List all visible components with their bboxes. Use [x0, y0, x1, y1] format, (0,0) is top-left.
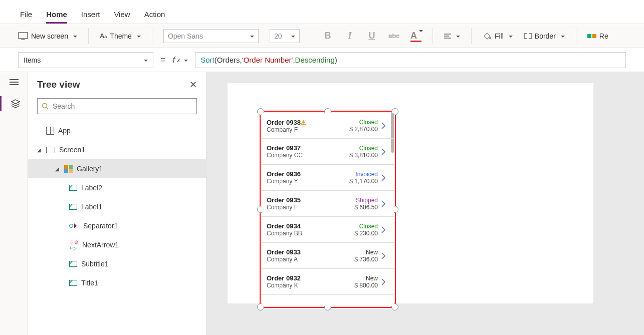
menu-toggle-button[interactable]: [10, 79, 19, 85]
amount-label: $ 800.00: [343, 282, 378, 289]
fill-button[interactable]: Fill: [483, 32, 513, 40]
gallery-item-left: Order 0934Company BB: [267, 222, 343, 237]
chevron-down-icon: [144, 60, 148, 64]
chevron-right-icon[interactable]: [378, 122, 389, 129]
search-input[interactable]: [53, 102, 192, 110]
chevron-right-icon[interactable]: [378, 200, 389, 207]
gallery-item[interactable]: Order 0933Company ANew$ 736.00: [262, 243, 394, 269]
align-button[interactable]: [444, 34, 460, 39]
expander-icon[interactable]: ◢: [55, 166, 60, 172]
warning-icon: ⚠: [301, 119, 306, 126]
tree-node-label1[interactable]: Label1: [28, 197, 206, 216]
gallery-selection[interactable]: ✎ Order 0938⚠Company FClosed$ 2,870.00Or…: [260, 111, 396, 308]
fill-label: Fill: [495, 32, 504, 40]
company-label: Company CC: [267, 152, 343, 159]
equals-label: =: [160, 55, 166, 65]
order-title: Order 0932: [267, 274, 343, 282]
gallery-item-left: Order 0933Company A: [267, 248, 343, 263]
status-label: New: [343, 249, 378, 256]
tree-node-separator[interactable]: Separator1: [28, 216, 206, 235]
font-color-button[interactable]: A: [410, 31, 421, 41]
gallery-item[interactable]: Order 0934Company BBClosed$ 230.00: [262, 217, 394, 243]
formula-txt: Orders: [217, 56, 240, 64]
theme-icon: Aa: [100, 32, 107, 40]
menu-home[interactable]: Home: [46, 10, 67, 24]
formula-input[interactable]: Sort( Orders, 'Order Number', Descending…: [195, 52, 626, 68]
menu-view[interactable]: View: [114, 10, 130, 24]
gallery-item-right: Invoiced$ 1,170.00: [343, 171, 378, 185]
expander-icon[interactable]: ◢: [37, 147, 42, 153]
new-screen-button[interactable]: New screen: [18, 32, 77, 40]
font-select[interactable]: Open Sans: [163, 29, 259, 43]
property-name: Items: [24, 56, 41, 64]
separator: [152, 28, 152, 44]
tree-node-app[interactable]: App: [28, 121, 206, 140]
separator: [471, 28, 472, 44]
artboard[interactable]: ✎ Order 0938⚠Company FClosed$ 2,870.00Or…: [228, 83, 593, 303]
formula-fn: Sort: [200, 56, 214, 64]
italic-button[interactable]: I: [344, 31, 355, 41]
tree-node-nextarrow[interactable]: ♡⊘+▷ NextArrow1: [28, 235, 206, 254]
tree-node-subtitle[interactable]: Subtitle1: [28, 254, 206, 273]
svg-point-4: [43, 104, 47, 108]
ribbon: New screen Aa Theme Open Sans 20 B I U a…: [0, 24, 644, 48]
formula-kw: Descending: [295, 56, 335, 64]
status-label: New: [343, 275, 378, 282]
bold-button[interactable]: B: [322, 31, 333, 41]
chevron-right-icon[interactable]: [378, 252, 389, 259]
tree-label: Title1: [81, 279, 98, 287]
gallery-item-right: Shipped$ 606.50: [343, 197, 378, 211]
svg-rect-0: [19, 33, 28, 39]
tree-node-label2[interactable]: Label2: [28, 178, 206, 197]
strike-button[interactable]: abc: [388, 32, 399, 40]
tree-label: Label1: [81, 203, 102, 211]
tree-node-screen[interactable]: ◢ Screen1: [28, 140, 206, 159]
gallery-item[interactable]: Order 0932Company KNew$ 800.00: [262, 269, 394, 295]
gallery-item[interactable]: Order 0938⚠Company FClosed$ 2,870.00: [262, 113, 394, 139]
svg-point-3: [489, 37, 491, 39]
tree-view-tab[interactable]: [0, 96, 28, 111]
separator-icon: [69, 223, 79, 228]
chevron-right-icon[interactable]: [378, 278, 389, 285]
gallery-item[interactable]: Order 0937Company CCClosed$ 3,810.00: [262, 139, 394, 165]
tree-label: Separator1: [83, 222, 118, 230]
menu-insert[interactable]: Insert: [81, 10, 100, 24]
gallery-item-left: Order 0932Company K: [267, 274, 343, 289]
chevron-right-icon[interactable]: [378, 174, 389, 181]
fx-button[interactable]: fx: [173, 55, 188, 65]
tree-header: Tree view ✕: [28, 72, 206, 94]
order-title: Order 0936: [267, 170, 343, 178]
chevron-down-icon: [73, 36, 77, 40]
underline-button[interactable]: U: [366, 31, 377, 41]
property-select[interactable]: Items: [18, 52, 153, 68]
screen-icon: [46, 147, 55, 153]
gallery-item-right: New$ 736.00: [343, 249, 378, 263]
menu-action[interactable]: Action: [144, 10, 165, 24]
order-title: Order 0934: [267, 222, 343, 230]
font-name: Open Sans: [168, 32, 203, 40]
svg-line-5: [47, 108, 49, 110]
status-label: Shipped: [343, 197, 378, 204]
formula-txt: ): [335, 56, 337, 64]
canvas[interactable]: ✎ Order 0938⚠Company FClosed$ 2,870.00Or…: [206, 72, 644, 335]
theme-button[interactable]: Aa Theme: [100, 32, 141, 40]
label-icon: [69, 280, 77, 286]
chevron-right-icon[interactable]: [378, 226, 389, 233]
gallery-item[interactable]: Order 0936Company YInvoiced$ 1,170.00: [262, 165, 394, 191]
border-button[interactable]: Border: [524, 32, 565, 40]
tree-node-gallery[interactable]: ◢ Gallery1: [28, 159, 206, 178]
company-label: Company A: [267, 256, 343, 263]
layers-icon: [11, 99, 20, 108]
status-label: Closed: [343, 223, 378, 230]
gallery-item[interactable]: Order 0935Company IShipped$ 606.50: [262, 191, 394, 217]
tree-node-title[interactable]: Title1: [28, 273, 206, 292]
reorder-icon: [587, 34, 596, 38]
tree-search[interactable]: [37, 98, 197, 114]
chevron-down-icon: [509, 36, 513, 40]
menu-file[interactable]: File: [20, 10, 32, 24]
reorder-button[interactable]: Re: [587, 32, 608, 40]
font-size-select[interactable]: 20: [270, 29, 300, 43]
close-panel-button[interactable]: ✕: [189, 79, 197, 90]
chevron-down-icon: [419, 30, 423, 44]
chevron-right-icon[interactable]: [378, 148, 389, 155]
